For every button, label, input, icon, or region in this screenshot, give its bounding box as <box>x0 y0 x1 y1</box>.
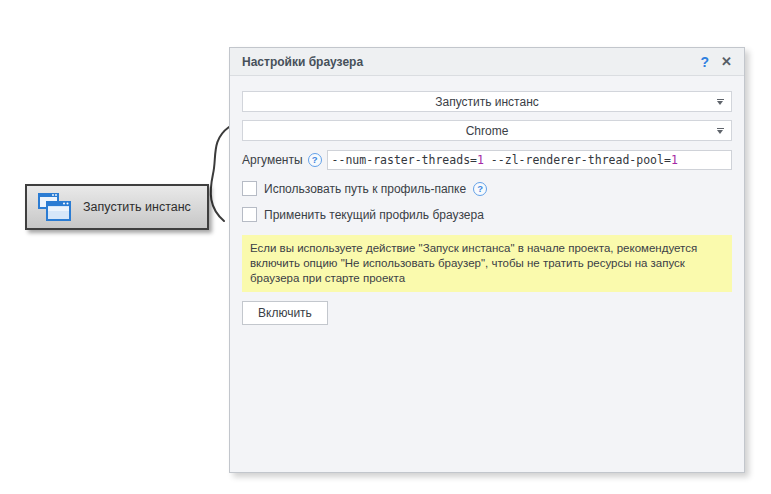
checkbox-row-profile-path: Использовать путь к профиль-папке ? <box>242 181 732 196</box>
browser-select[interactable]: Chrome <box>242 120 732 141</box>
action-node-label: Запустить инстанс <box>83 200 191 214</box>
arguments-help-icon[interactable]: ? <box>308 153 322 167</box>
checkbox-row-current-profile: Применить текущий профиль браузера <box>242 207 732 222</box>
action-select-value: Запустить инстанс <box>435 95 539 109</box>
workspace: Запустить инстанс Настройки браузера ? ✕… <box>0 0 771 494</box>
dialog-body: Запустить инстанс Chrome Аргументы ? --n… <box>230 91 744 325</box>
checkbox-apply-current-profile[interactable] <box>242 207 257 222</box>
arguments-row: Аргументы ? --num-raster-threads=1 --zl-… <box>242 150 732 170</box>
chevron-down-icon <box>717 99 724 105</box>
dialog-titlebar: Настройки браузера ? ✕ <box>230 48 744 76</box>
arguments-label: Аргументы <box>242 153 303 167</box>
checkbox-label[interactable]: Применить текущий профиль браузера <box>264 208 484 222</box>
checkbox-label[interactable]: Использовать путь к профиль-папке <box>264 182 466 196</box>
dialog-help-icon[interactable]: ? <box>701 54 710 70</box>
dialog-title: Настройки браузера <box>242 55 701 69</box>
enable-button[interactable]: Включить <box>242 301 328 325</box>
browser-select-value: Chrome <box>466 124 509 138</box>
notice-box: Если вы используете действие "Запуск инс… <box>242 235 732 292</box>
profile-path-help-icon[interactable]: ? <box>473 182 487 196</box>
action-select[interactable]: Запустить инстанс <box>242 91 732 112</box>
arguments-input[interactable]: --num-raster-threads=1 --zl-renderer-thr… <box>327 150 732 170</box>
close-icon[interactable]: ✕ <box>721 54 732 69</box>
checkbox-use-profile-path[interactable] <box>242 181 257 196</box>
chevron-down-icon <box>717 128 724 134</box>
browser-windows-icon <box>37 192 71 222</box>
action-node-launch-instance[interactable]: Запустить инстанс <box>25 184 209 230</box>
browser-settings-dialog: Настройки браузера ? ✕ Запустить инстанс… <box>229 47 745 473</box>
